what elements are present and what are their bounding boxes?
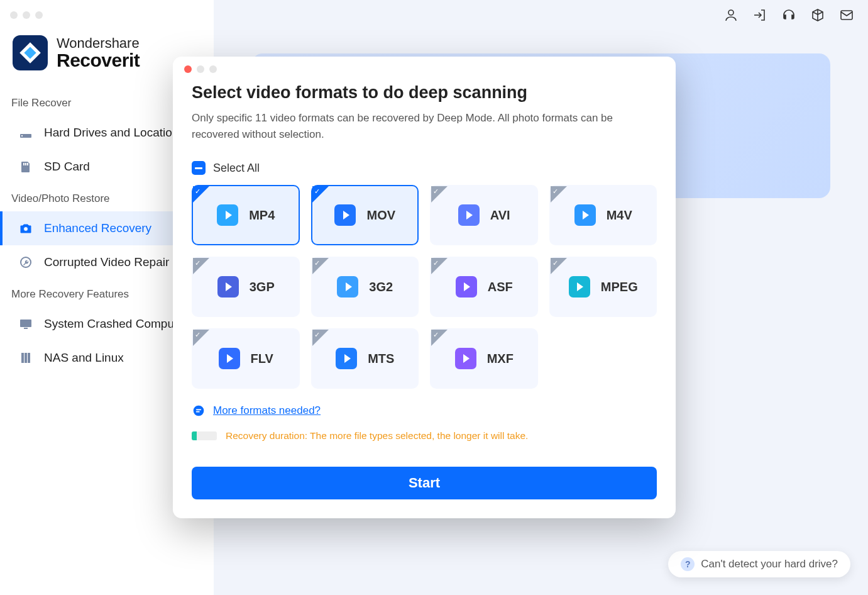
format-card-mpeg[interactable]: ✓MPEG [549,257,657,317]
format-icon [336,275,359,298]
format-label: 3G2 [369,280,393,294]
svg-rect-10 [24,328,28,329]
svg-rect-15 [841,11,852,19]
corner-check-icon: ✓ [312,258,329,274]
format-card-m4v[interactable]: ✓M4V [549,185,657,245]
corner-check-icon: ✓ [193,186,209,203]
wrench-icon [18,254,34,270]
format-label: MXF [487,352,514,366]
window-controls [0,6,214,24]
corner-check-icon: ✓ [312,330,329,346]
topbar [722,6,855,24]
format-card-mxf[interactable]: ✓MXF [430,328,538,389]
format-icon [568,275,591,298]
modal-close-dot[interactable] [184,65,192,73]
svg-rect-11 [21,353,24,363]
format-card-asf[interactable]: ✓ASF [430,257,538,317]
modal-min-dot[interactable] [197,65,204,73]
format-label: M4V [607,208,632,223]
format-icon [454,347,477,370]
brand-line2: Recoverit [57,50,140,70]
sdcard-icon [18,158,34,175]
corner-check-icon: ✓ [431,258,448,274]
sidebar-item-label: NAS and Linux [44,351,124,365]
support-icon[interactable] [780,6,798,24]
sidebar-item-label: SD Card [44,160,90,174]
account-icon[interactable] [722,6,740,24]
mail-icon[interactable] [838,6,855,24]
svg-point-16 [194,406,204,416]
format-icon [455,275,478,298]
format-label: ASF [488,280,513,294]
format-label: MPEG [601,280,638,294]
duration-row: Recovery duration: The more file types s… [192,430,657,442]
format-card-mts[interactable]: ✓MTS [311,328,419,389]
corner-check-icon: ✓ [551,258,567,274]
help-pill[interactable]: ? Can't detect your hard drive? [668,551,850,577]
format-icon [574,204,596,226]
format-label: MTS [368,352,394,366]
format-label: FLV [251,352,273,366]
select-all-label: Select All [213,162,260,175]
sidebar-item-label: Corrupted Video Repair [44,255,169,269]
logo-icon [13,35,48,70]
sidebar-item-label: Enhanced Recovery [44,221,151,235]
format-icon [335,347,358,370]
select-all-checkbox[interactable] [192,161,206,175]
select-all-row[interactable]: Select All [192,161,657,175]
svg-rect-13 [28,353,30,363]
corner-check-icon: ✓ [551,186,567,203]
duration-text: Recovery duration: The more file types s… [226,430,528,442]
format-label: MP4 [249,208,275,223]
more-formats-link[interactable]: More formats needed? [213,404,321,417]
modal-title: Select video formats to do deep scanning [192,83,657,103]
svg-rect-9 [20,320,31,327]
format-modal: Select video formats to do deep scanning… [173,57,676,518]
format-label: MOV [366,208,395,223]
corner-check-icon: ✓ [431,186,448,203]
modal-max-dot[interactable] [209,65,217,73]
format-icon [217,275,239,298]
format-card-3g2[interactable]: ✓3G2 [311,257,419,317]
svg-rect-6 [27,163,28,165]
format-label: AVI [490,208,510,223]
help-pill-text: Can't detect your hard drive? [701,558,838,570]
help-icon: ? [681,557,695,571]
login-icon[interactable] [751,6,769,24]
svg-point-14 [728,10,733,15]
format-card-flv[interactable]: ✓FLV [192,328,300,389]
modal-window-controls [173,57,676,73]
svg-rect-12 [25,353,27,363]
format-icon [216,204,239,226]
format-card-mp4[interactable]: ✓MP4 [192,185,300,245]
window-max-dot[interactable] [35,11,43,19]
app-window: Wondershare Recoverit File Recover Hard … [0,0,868,595]
format-card-mov[interactable]: ✓MOV [311,185,419,245]
server-icon [18,350,34,366]
corner-check-icon: ✓ [312,186,329,203]
svg-rect-3 [21,135,23,136]
window-min-dot[interactable] [23,11,30,19]
svg-rect-5 [25,163,26,165]
cube-icon[interactable] [809,6,827,24]
start-button[interactable]: Start [192,467,657,499]
format-icon [334,204,356,226]
brand-line1: Wondershare [57,36,140,50]
monitor-icon [18,316,34,332]
drive-icon [18,125,34,141]
format-card-avi[interactable]: ✓AVI [430,185,538,245]
corner-check-icon: ✓ [193,258,209,274]
chat-icon [192,404,206,418]
format-icon [458,204,480,226]
format-card-3gp[interactable]: ✓3GP [192,257,300,317]
format-grid: ✓MP4✓MOV✓AVI✓M4V✓3GP✓3G2✓ASF✓MPEG✓FLV✓MT… [192,185,657,389]
sidebar-item-label: System Crashed Computer [44,317,188,331]
window-close-dot[interactable] [10,11,18,19]
svg-rect-4 [23,163,25,165]
more-formats-row[interactable]: More formats needed? [192,404,657,418]
corner-check-icon: ✓ [431,330,448,346]
corner-check-icon: ✓ [193,330,209,346]
modal-subtitle: Only specific 11 video formats can be re… [192,110,657,142]
svg-point-7 [24,227,28,231]
camera-icon [18,220,34,236]
